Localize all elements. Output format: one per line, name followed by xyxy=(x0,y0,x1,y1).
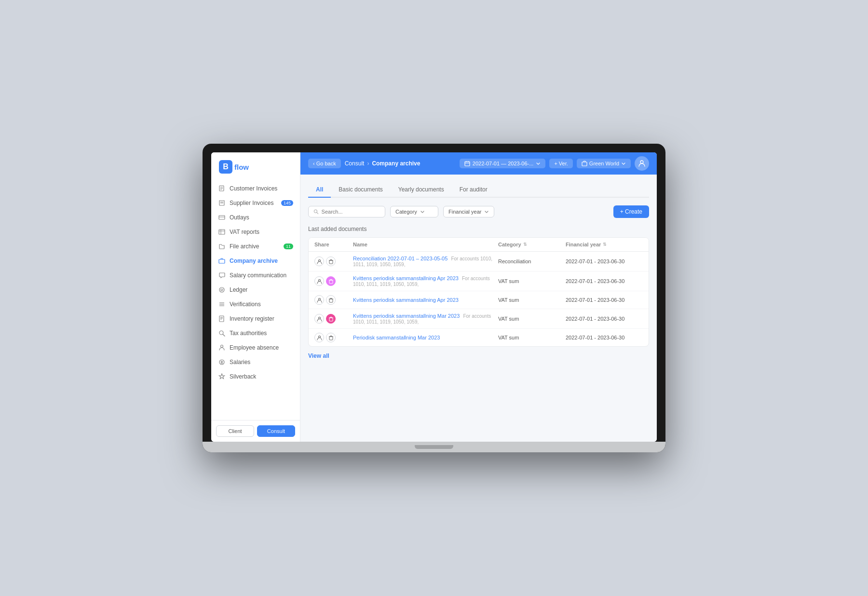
svg-point-41 xyxy=(318,298,320,300)
sidebar: B flow Customer Invoices xyxy=(211,152,300,442)
content-area: All Basic documents Yearly documents For… xyxy=(300,175,657,442)
breadcrumb: Consult › Company archive xyxy=(345,160,420,167)
app: B flow Customer Invoices xyxy=(211,152,657,442)
building-icon xyxy=(582,161,587,166)
supplier-invoices-icon xyxy=(218,199,226,207)
tab-yearly-documents[interactable]: Yearly documents xyxy=(391,182,452,198)
table-row: Kvittens periodisk sammanstallning Apr 2… xyxy=(309,271,649,291)
financial-year-label: Financial year xyxy=(448,209,481,215)
category-column-5: VAT sum xyxy=(498,335,566,340)
sidebar-label-silverback: Silverback xyxy=(230,373,256,380)
doc-link-2[interactable]: Kvittens periodisk sammanstallning Apr 2… xyxy=(353,275,459,281)
financial-year-sort-icon: ⇅ xyxy=(603,242,607,247)
trash-icon-3[interactable] xyxy=(326,295,336,305)
doc-link-1[interactable]: Reconciliation 2022-07-01 – 2023-05-05 xyxy=(353,256,448,261)
sidebar-item-supplier-invoices[interactable]: Supplier Invoices 145 xyxy=(211,196,300,210)
search-input[interactable] xyxy=(322,209,380,215)
colored-icon-2[interactable] xyxy=(326,276,336,286)
doc-link-4[interactable]: Kvittens periodisk sammanstallning Mar 2… xyxy=(353,313,460,319)
sidebar-item-file-archive[interactable]: File archive 11 xyxy=(211,239,300,254)
view-all-link[interactable]: View all xyxy=(308,347,329,361)
person-icon-4[interactable] xyxy=(314,314,324,324)
sidebar-footer: Client Consult xyxy=(211,420,300,442)
sidebar-item-inventory-register[interactable]: Inventory register xyxy=(211,312,300,326)
calendar-icon xyxy=(464,161,470,166)
tab-all[interactable]: All xyxy=(308,182,331,198)
sidebar-item-verifications[interactable]: Verifications xyxy=(211,297,300,312)
sidebar-label-salary-communication: Salary communication xyxy=(230,272,286,279)
sidebar-label-verifications: Verifications xyxy=(230,301,261,308)
header-category: Category ⇅ xyxy=(498,242,566,247)
financial-year-dropdown[interactable]: Financial year xyxy=(443,206,494,217)
colored-icon-4[interactable] xyxy=(326,314,336,324)
category-chevron-icon xyxy=(420,209,425,214)
consult-button[interactable]: Consult xyxy=(257,425,295,437)
laptop-notch xyxy=(415,445,453,449)
chevron-down-icon xyxy=(536,161,541,166)
sidebar-item-salary-communication[interactable]: Salary communication xyxy=(211,268,300,283)
svg-rect-17 xyxy=(219,316,224,322)
client-button[interactable]: Client xyxy=(216,425,254,437)
date-range-button[interactable]: 2022-07-01 — 2023-06-... xyxy=(460,159,546,168)
sidebar-item-tax-authorities[interactable]: Tax authorities xyxy=(211,326,300,340)
date-range-label: 2022-07-01 — 2023-06-... xyxy=(473,161,534,166)
trash-icon-5[interactable] xyxy=(326,333,336,342)
tab-basic-documents[interactable]: Basic documents xyxy=(331,182,390,198)
svg-rect-8 xyxy=(219,230,225,234)
sidebar-item-ledger[interactable]: Ledger xyxy=(211,283,300,297)
svg-rect-50 xyxy=(329,337,333,340)
ver-button[interactable]: + Ver. xyxy=(549,159,572,168)
share-column-2 xyxy=(314,276,353,286)
svg-rect-46 xyxy=(329,318,333,321)
salary-communication-icon xyxy=(218,271,226,279)
person-icon-2[interactable] xyxy=(314,276,324,286)
sidebar-label-inventory-register: Inventory register xyxy=(230,315,274,322)
category-sort-icon: ⇅ xyxy=(523,242,527,247)
company-archive-icon xyxy=(218,257,226,265)
svg-rect-42 xyxy=(329,299,333,302)
search-field[interactable] xyxy=(308,206,385,217)
doc-link-5[interactable]: Periodisk sammanstallning Mar 2023 xyxy=(353,335,440,340)
share-column-5 xyxy=(314,333,353,342)
logo: B flow xyxy=(211,152,300,179)
sidebar-label-vat-reports: VAT reports xyxy=(230,229,259,235)
user-avatar[interactable] xyxy=(635,156,649,171)
breadcrumb-consult[interactable]: Consult xyxy=(345,160,365,167)
sidebar-item-salaries[interactable]: Salaries xyxy=(211,355,300,369)
sidebar-label-ledger: Ledger xyxy=(230,286,247,293)
file-archive-icon xyxy=(218,243,226,250)
sidebar-label-supplier-invoices: Supplier Invoices xyxy=(230,200,273,206)
sidebar-label-company-archive: Company archive xyxy=(230,257,278,264)
sidebar-item-outlays[interactable]: Outlays xyxy=(211,210,300,225)
category-label: Category xyxy=(395,209,417,215)
trash-icon-1[interactable] xyxy=(326,257,336,266)
company-button[interactable]: Green World xyxy=(577,159,631,168)
go-back-button[interactable]: ‹ Go back xyxy=(308,159,341,168)
category-dropdown[interactable]: Category xyxy=(390,206,438,217)
create-button[interactable]: + Create xyxy=(613,205,649,218)
header-name: Name xyxy=(353,242,498,247)
sidebar-navigation: Customer Invoices Supplier Invoices 145 xyxy=(211,179,300,420)
svg-line-22 xyxy=(223,334,225,336)
breadcrumb-separator: › xyxy=(367,160,369,167)
table-row: Periodisk sammanstallning Mar 2023 VAT s… xyxy=(309,329,649,346)
sidebar-item-vat-reports[interactable]: VAT reports xyxy=(211,225,300,239)
name-column-4: Kvittens periodisk sammanstallning Mar 2… xyxy=(353,313,498,325)
doc-link-3[interactable]: Kvittens periodisk sammanstallning Apr 2… xyxy=(353,297,459,303)
person-icon-3[interactable] xyxy=(314,295,324,305)
person-icon-1[interactable] xyxy=(314,257,324,266)
logo-text: flow xyxy=(234,163,249,171)
share-column-4 xyxy=(314,314,353,324)
table-header-row: Share Name Category ⇅ Financial year xyxy=(309,238,649,252)
svg-rect-38 xyxy=(329,280,333,284)
tab-for-auditor[interactable]: For auditor xyxy=(452,182,495,198)
sidebar-item-customer-invoices[interactable]: Customer Invoices xyxy=(211,181,300,196)
person-icon-5[interactable] xyxy=(314,333,324,342)
svg-point-37 xyxy=(318,279,320,281)
category-column-3: VAT sum xyxy=(498,297,566,303)
sidebar-item-company-archive[interactable]: Company archive xyxy=(211,254,300,268)
sidebar-item-employee-absence[interactable]: Employee absence xyxy=(211,340,300,355)
sidebar-item-silverback[interactable]: Silverback xyxy=(211,369,300,384)
laptop-frame: B flow Customer Invoices xyxy=(203,144,665,452)
year-column-5: 2022-07-01 - 2023-06-30 xyxy=(566,335,643,340)
